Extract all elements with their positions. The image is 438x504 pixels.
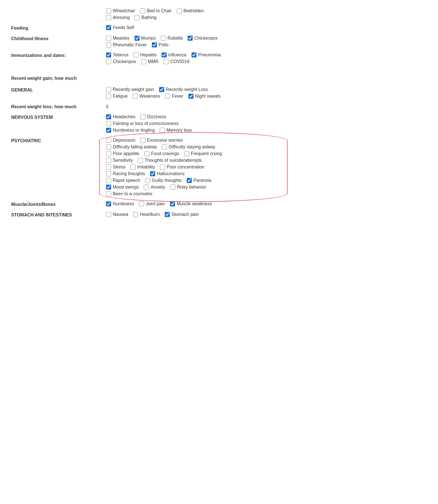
stomach-pain-checkbox[interactable] <box>165 212 170 217</box>
chickenpox-checkbox[interactable] <box>188 36 193 41</box>
influenza-item[interactable]: Influenza <box>162 52 186 57</box>
dressing-item[interactable]: dressing <box>106 15 130 20</box>
dressing-checkbox[interactable] <box>106 15 111 20</box>
rheumatic-fever-checkbox[interactable] <box>106 42 111 47</box>
fatigue-item[interactable]: Fatigue <box>106 94 128 99</box>
poor-concentration-item[interactable]: Poor concentration <box>160 165 204 170</box>
fatigue-checkbox[interactable] <box>106 94 111 99</box>
hepatits-item[interactable]: Hepatits <box>133 52 157 57</box>
food-cravings-item[interactable]: Food cravings <box>144 151 179 156</box>
wheelchair-checkbox[interactable] <box>106 8 111 13</box>
numbness-mjb-checkbox[interactable] <box>106 201 111 206</box>
nausea-item[interactable]: Nausea <box>106 212 128 217</box>
memory-loss-checkbox[interactable] <box>160 128 165 133</box>
stress-checkbox[interactable] <box>106 165 111 170</box>
depression-item[interactable]: Depression <box>106 138 135 143</box>
poor-appetite-checkbox[interactable] <box>106 151 111 156</box>
rubella-checkbox[interactable] <box>161 36 166 41</box>
sensitivity-item[interactable]: Sensitivity <box>106 158 133 163</box>
headaches-checkbox[interactable] <box>106 114 111 119</box>
covid19-checkbox[interactable] <box>164 59 169 64</box>
muscle-weakness-checkbox[interactable] <box>170 201 175 206</box>
recent-weight-gain-item[interactable]: Recently weight gain <box>106 87 154 92</box>
measles-item[interactable]: Measles <box>106 36 130 41</box>
muscle-weakness-item[interactable]: Muscle weakness <box>170 201 212 206</box>
depression-checkbox[interactable] <box>106 138 111 143</box>
dizziness-checkbox[interactable] <box>140 114 145 119</box>
bedridden-checkbox[interactable] <box>177 8 182 13</box>
night-sweats-checkbox[interactable] <box>188 94 193 99</box>
mmr-checkbox[interactable] <box>141 59 146 64</box>
covid19-item[interactable]: COVID19 <box>164 59 189 64</box>
difficulty-staying-asleep-checkbox[interactable] <box>162 144 167 149</box>
rubella-item[interactable]: Rubella <box>161 36 183 41</box>
recent-weight-loss-checkbox[interactable] <box>159 87 164 92</box>
feeds-self-item[interactable]: Feeds Self <box>106 25 134 30</box>
racing-thoughts-checkbox[interactable] <box>106 171 111 176</box>
chickenpox-item[interactable]: Chickenpox <box>188 36 218 41</box>
bed-to-chair-item[interactable]: Bed to Chair <box>140 8 172 13</box>
irritability-item[interactable]: Irritability <box>130 165 155 170</box>
hallucinations-item[interactable]: Hallucinations <box>150 171 185 176</box>
difficulty-falling-asleep-checkbox[interactable] <box>106 144 111 149</box>
been-to-counselor-checkbox[interactable] <box>106 191 111 196</box>
tetanus-checkbox[interactable] <box>106 52 111 57</box>
guilty-thoughts-item[interactable]: Guilty thoughts <box>145 178 182 183</box>
mood-swings-item[interactable]: Mood swings <box>106 185 139 190</box>
guilty-thoughts-checkbox[interactable] <box>145 178 150 183</box>
rheumatic-fever-item[interactable]: Rheumatic Fever <box>106 42 147 47</box>
heartburn-checkbox[interactable] <box>133 212 138 217</box>
nausea-checkbox[interactable] <box>106 212 111 217</box>
rapid-speech-item[interactable]: Rapid speech <box>106 178 140 183</box>
mumps-item[interactable]: Mumps <box>135 36 156 41</box>
excessive-worries-checkbox[interactable] <box>140 138 145 143</box>
fever-checkbox[interactable] <box>165 94 170 99</box>
tetanus-item[interactable]: Tetanus <box>106 52 128 57</box>
thoughts-of-suicide-item[interactable]: Thoughts of suicide/attempts <box>138 158 202 163</box>
poor-concentration-checkbox[interactable] <box>160 165 165 170</box>
racing-thoughts-item[interactable]: Racing thoughts <box>106 171 145 176</box>
influenza-checkbox[interactable] <box>162 52 167 57</box>
difficulty-staying-asleep-item[interactable]: Difficulty staying asleep <box>162 144 215 149</box>
dizziness-item[interactable]: Dizziness <box>140 114 166 119</box>
fainting-checkbox[interactable] <box>106 121 111 126</box>
paranoia-item[interactable]: Paranoia <box>187 178 211 183</box>
anxiety-checkbox[interactable] <box>144 185 149 190</box>
feeds-self-checkbox[interactable] <box>106 25 111 30</box>
headaches-item[interactable]: Headaches <box>106 114 135 119</box>
chickenpox-imm-checkbox[interactable] <box>106 59 111 64</box>
wheelchair-item[interactable]: Wheelchair <box>106 8 135 13</box>
paranoia-checkbox[interactable] <box>187 178 192 183</box>
stress-item[interactable]: Stress <box>106 165 125 170</box>
irritability-checkbox[interactable] <box>130 165 135 170</box>
difficulty-falling-asleep-item[interactable]: Difficulty falling asleep <box>106 144 157 149</box>
hallucinations-checkbox[interactable] <box>150 171 155 176</box>
excessive-worries-item[interactable]: Excessive worries <box>140 138 183 143</box>
fever-item[interactable]: Fever <box>165 94 183 99</box>
mmr-item[interactable]: MMR <box>141 59 159 64</box>
pneumonia-item[interactable]: Pneumonia <box>192 52 221 57</box>
poor-appetite-item[interactable]: Poor appetite <box>106 151 139 156</box>
recent-weight-loss-item[interactable]: Recently weight Loss <box>159 87 208 92</box>
numbness-tingling-checkbox[interactable] <box>106 128 111 133</box>
polio-checkbox[interactable] <box>152 42 157 47</box>
fainting-item[interactable]: Fainting or loss of consciousness <box>106 121 179 126</box>
numbness-tingling-item[interactable]: Numbness or tingling <box>106 128 155 133</box>
bedridden-item[interactable]: Bedridden <box>177 8 204 13</box>
risky-behavior-checkbox[interactable] <box>170 185 175 190</box>
weakness-item[interactable]: Weakness <box>133 94 160 99</box>
bathing-checkbox[interactable] <box>135 15 140 20</box>
heartburn-item[interactable]: Heartburn <box>133 212 160 217</box>
hepatits-checkbox[interactable] <box>133 52 138 57</box>
sensitivity-checkbox[interactable] <box>106 158 111 163</box>
measles-checkbox[interactable] <box>106 36 111 41</box>
stomach-pain-item[interactable]: Stomach pain <box>165 212 199 217</box>
night-sweats-item[interactable]: Night sweats <box>188 94 221 99</box>
weakness-checkbox[interactable] <box>133 94 138 99</box>
frequent-crying-item[interactable]: Frequent crying <box>184 151 222 156</box>
polio-item[interactable]: Polio <box>152 42 169 47</box>
risky-behavior-item[interactable]: Risky behavior <box>170 185 206 190</box>
recent-weight-gain-checkbox[interactable] <box>106 87 111 92</box>
mood-swings-checkbox[interactable] <box>106 185 111 190</box>
bathing-item[interactable]: Bathing <box>135 15 156 20</box>
